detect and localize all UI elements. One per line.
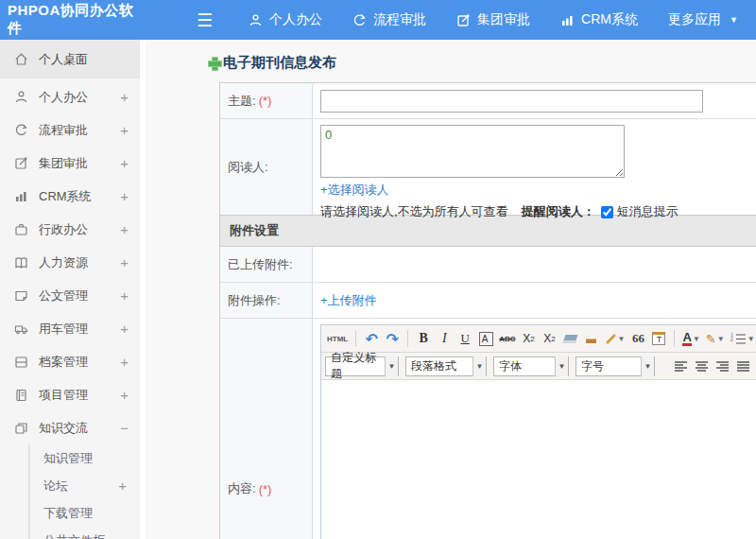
format-brush-button[interactable]	[582, 328, 601, 349]
nav-personal-office[interactable]: 个人办公	[249, 11, 322, 28]
uploaded-attachments-row: 已上传附件:	[220, 247, 756, 283]
sup-base: X	[523, 332, 530, 345]
nav-group-approval[interactable]: 集团审批	[456, 11, 530, 28]
notebook-icon	[13, 388, 28, 403]
sms-notify-checkbox[interactable]	[601, 206, 613, 218]
size-select[interactable]: 字号 ▼	[576, 356, 655, 376]
bar-chart-icon	[13, 189, 28, 204]
nav-crm[interactable]: CRM系统	[560, 11, 638, 28]
align-left-button[interactable]	[671, 356, 690, 376]
underline-button[interactable]: U	[455, 328, 474, 349]
autoformat-button[interactable]: ▼	[603, 328, 627, 349]
page-title-row: 电子期刊信息发布	[208, 54, 756, 72]
truck-icon	[13, 322, 28, 337]
align-center-button[interactable]	[692, 356, 711, 376]
sidebar-item-knowledge-mgmt[interactable]: 知识管理	[30, 444, 140, 472]
hamburger-icon[interactable]: ☰	[197, 11, 213, 29]
sidebar-item-public-file-cabinet[interactable]: 公共文件柜	[30, 527, 140, 539]
sidebar-item-hr[interactable]: 人力资源 +	[0, 246, 140, 279]
highlight-pen-icon: ✎	[706, 332, 716, 346]
sidebar-item-label: 行政办公	[39, 221, 88, 238]
edit-square-icon	[13, 156, 28, 171]
caret-down-icon: ▼	[730, 15, 738, 25]
editor-content-area[interactable]	[321, 380, 756, 539]
paragraph-select[interactable]: 段落格式 ▼	[405, 356, 487, 376]
person-icon	[13, 90, 28, 105]
sidebar-item-personal-office[interactable]: 个人办公 +	[0, 80, 140, 113]
sidebar-item-crm[interactable]: CRM系统 +	[0, 180, 140, 213]
strikethrough-button[interactable]: ABC	[497, 328, 517, 349]
superscript-button[interactable]: X2	[520, 328, 539, 349]
expand-icon[interactable]: +	[120, 321, 129, 337]
sidebar-item-forum[interactable]: 论坛 +	[30, 472, 140, 499]
readers-textarea[interactable]: 0	[320, 125, 625, 178]
font-color-glyph: A	[682, 332, 691, 346]
highlight-button[interactable]: ✎▼	[704, 328, 727, 349]
sidebar-item-knowledge-exchange[interactable]: 知识交流 −	[0, 411, 140, 444]
sidebar-item-desktop[interactable]: 个人桌面	[0, 40, 140, 78]
upload-attachment-link[interactable]: +上传附件	[320, 292, 377, 309]
caret-down-icon: ▼	[717, 335, 725, 343]
font-color-button[interactable]: A▼	[680, 328, 701, 349]
expand-icon[interactable]: +	[120, 221, 129, 237]
caret-down-icon: ▼	[555, 356, 568, 376]
select-readers-link[interactable]: +选择阅读人	[320, 183, 389, 197]
book-icon	[13, 255, 28, 270]
expand-icon[interactable]: +	[120, 122, 129, 138]
sidebar-item-document-mgmt[interactable]: 公文管理 +	[0, 279, 140, 312]
expand-icon[interactable]: +	[120, 89, 129, 105]
heading-select[interactable]: 自定义标题 ▼	[325, 356, 399, 376]
top-navigation: 个人办公 流程审批 集团审批 CRM系统 更多应用 ▼	[249, 11, 738, 28]
paragraph-select-value: 段落格式	[406, 358, 472, 374]
paste-text-button[interactable]: T	[649, 328, 668, 349]
font-border-button[interactable]: A	[476, 328, 495, 349]
home-icon	[13, 52, 28, 67]
brush-icon	[586, 334, 596, 343]
expand-icon[interactable]: +	[120, 287, 129, 304]
redo-button[interactable]: ↷	[383, 328, 402, 349]
sidebar-item-workflow-approval[interactable]: 流程审批 +	[0, 113, 140, 147]
eraser-button[interactable]	[561, 328, 580, 349]
justify-button[interactable]	[733, 356, 752, 376]
attach-op-label: 附件操作:	[228, 292, 281, 309]
collapse-icon[interactable]: −	[120, 420, 129, 436]
font-select[interactable]: 字体 ▼	[493, 356, 569, 376]
nav-workflow-approval[interactable]: 流程审批	[352, 11, 426, 28]
expand-icon[interactable]: +	[120, 354, 129, 370]
blockquote-button[interactable]: 66	[628, 328, 647, 349]
nav-more-apps[interactable]: 更多应用 ▼	[668, 11, 738, 28]
heading-select-value: 自定义标题	[326, 350, 385, 382]
subject-input[interactable]	[320, 90, 703, 113]
undo-button[interactable]: ↶	[362, 328, 381, 349]
italic-button[interactable]: I	[435, 328, 454, 349]
expand-icon[interactable]: +	[118, 478, 127, 494]
briefcase-icon	[13, 222, 28, 237]
content-label: 内容:	[228, 480, 256, 497]
align-right-button[interactable]	[713, 356, 731, 376]
subscript-button[interactable]: X2	[541, 328, 559, 349]
readers-input-cell: 0 +选择阅读人 请选择阅读人,不选为所有人可查看 提醒阅读人： 短消息提示	[313, 119, 756, 215]
sidebar-item-group-approval[interactable]: 集团审批 +	[0, 147, 140, 180]
expand-icon[interactable]: +	[120, 254, 129, 270]
sup-num: 2	[530, 335, 534, 343]
content-editor-cell: HTML ↶ ↷ B I U A ABC X2 X2 ▼	[313, 319, 756, 539]
knowledge-exchange-submenu: 知识管理 论坛 + 下载管理 公共文件柜	[28, 444, 140, 539]
bold-button[interactable]: B	[414, 328, 433, 349]
sidebar-item-admin-office[interactable]: 行政办公 +	[0, 213, 140, 246]
expand-icon[interactable]: +	[120, 188, 129, 204]
readers-label: 阅读人:	[228, 159, 268, 176]
paste-text-icon: T	[652, 332, 665, 345]
sidebar-item-vehicle-mgmt[interactable]: 用车管理 +	[0, 312, 140, 345]
font-border-glyph: A	[479, 332, 493, 346]
sidebar-item-project-mgmt[interactable]: 项目管理 +	[0, 378, 140, 411]
sidebar-item-download-mgmt[interactable]: 下载管理	[30, 499, 140, 527]
expand-icon[interactable]: +	[120, 387, 129, 403]
sidebar-item-archive-mgmt[interactable]: 档案管理 +	[0, 345, 140, 378]
html-source-button[interactable]: HTML	[325, 328, 350, 349]
expand-icon[interactable]: +	[120, 155, 129, 171]
bar-chart-icon	[560, 13, 575, 27]
sidebar-item-label: 知识交流	[39, 420, 88, 437]
font-select-value: 字体	[494, 358, 555, 374]
main-content: 电子期刊信息发布 主题: (*) 阅读人: 0 +选择阅读人 请选择阅读人,不	[146, 40, 756, 539]
ordered-list-button[interactable]: 12▼	[729, 328, 756, 349]
